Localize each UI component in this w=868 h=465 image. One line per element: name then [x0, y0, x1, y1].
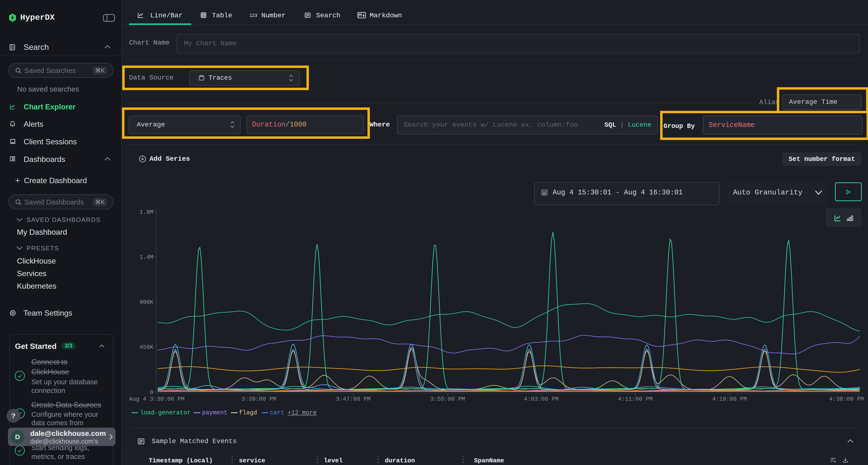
svg-text:4:11:00 PM: 4:11:00 PM	[618, 396, 653, 402]
svg-text:1.4M: 1.4M	[140, 254, 153, 261]
svg-text:3:39:00 PM: 3:39:00 PM	[242, 396, 276, 402]
svg-text:450K: 450K	[140, 344, 153, 351]
svg-text:900K: 900K	[140, 299, 153, 305]
svg-text:0: 0	[150, 389, 153, 396]
svg-text:4:03:00 PM: 4:03:00 PM	[524, 396, 559, 402]
svg-text:Aug 4 3:30:00 PM: Aug 4 3:30:00 PM	[129, 396, 184, 402]
svg-text:4:19:00 PM: 4:19:00 PM	[712, 396, 747, 402]
svg-text:3:47:00 PM: 3:47:00 PM	[336, 396, 371, 402]
svg-text:1.8M: 1.8M	[140, 209, 153, 215]
svg-text:4:30:00 PM: 4:30:00 PM	[829, 396, 864, 402]
svg-text:3:55:00 PM: 3:55:00 PM	[430, 396, 465, 402]
